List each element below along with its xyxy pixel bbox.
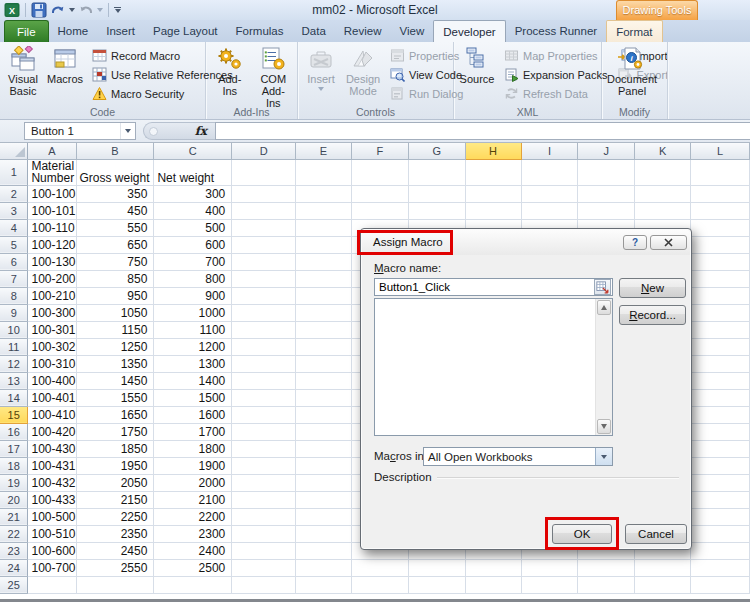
cell-H25[interactable]	[465, 576, 521, 593]
cell-B13[interactable]: 1450	[76, 372, 154, 389]
ribbon-refresh-data-button[interactable]: Refresh Data	[502, 85, 609, 102]
row-header-25[interactable]: 25	[0, 576, 28, 593]
cell-B15[interactable]: 1650	[76, 406, 154, 423]
column-header-D[interactable]: D	[232, 143, 296, 159]
dialog-help-button[interactable]: ?	[623, 235, 647, 250]
cell-L17[interactable]	[691, 440, 750, 457]
cell-B9[interactable]: 1050	[76, 304, 154, 321]
cell-L16[interactable]	[691, 423, 750, 440]
cell-L4[interactable]	[691, 219, 750, 236]
cell-L21[interactable]	[691, 508, 750, 525]
cell-D15[interactable]	[232, 406, 296, 423]
cell-H3[interactable]	[465, 202, 521, 219]
cell-L13[interactable]	[691, 372, 750, 389]
tab-data[interactable]: Data	[293, 20, 335, 42]
row-header-14[interactable]: 14	[0, 389, 28, 406]
scroll-up-icon[interactable]	[597, 300, 611, 315]
cell-E18[interactable]	[296, 457, 352, 474]
range-selector-button[interactable]	[594, 279, 611, 295]
cell-A3[interactable]: 100-101	[28, 202, 76, 219]
cell-L8[interactable]	[691, 287, 750, 304]
cell-D22[interactable]	[232, 525, 296, 542]
cell-B25[interactable]	[76, 576, 154, 593]
row-header-3[interactable]: 3	[0, 202, 28, 219]
cell-H2[interactable]	[465, 185, 521, 202]
cell-A12[interactable]: 100-310	[28, 355, 76, 372]
cell-A24[interactable]: 100-700	[28, 559, 76, 576]
cell-L10[interactable]	[691, 321, 750, 338]
column-header-J[interactable]: J	[578, 143, 635, 159]
cell-E21[interactable]	[296, 508, 352, 525]
row-header-12[interactable]: 12	[0, 355, 28, 372]
cell-A21[interactable]: 100-500	[28, 508, 76, 525]
cell-E6[interactable]	[296, 253, 352, 270]
cell-A22[interactable]: 100-510	[28, 525, 76, 542]
cell-B6[interactable]: 750	[76, 253, 154, 270]
name-box[interactable]: Button 1	[24, 122, 136, 140]
cell-H24[interactable]	[465, 559, 521, 576]
cell-C1[interactable]: Net weight	[154, 159, 232, 185]
cell-B1[interactable]: Gross weight	[76, 159, 154, 185]
cell-C5[interactable]: 600	[154, 236, 232, 253]
cell-C7[interactable]: 800	[154, 270, 232, 287]
select-all-corner[interactable]	[0, 143, 28, 159]
cell-A19[interactable]: 100-432	[28, 474, 76, 491]
row-header-17[interactable]: 17	[0, 440, 28, 457]
cell-D23[interactable]	[232, 542, 296, 559]
cell-L22[interactable]	[691, 525, 750, 542]
formula-bar-collapse-icon[interactable]	[149, 127, 158, 136]
row-header-1[interactable]: 1	[0, 159, 28, 185]
cell-C8[interactable]: 900	[154, 287, 232, 304]
cell-A2[interactable]: 100-100	[28, 185, 76, 202]
cell-L12[interactable]	[691, 355, 750, 372]
cell-E7[interactable]	[296, 270, 352, 287]
ribbon-document-panel-button[interactable]: iDocument Panel	[604, 44, 660, 106]
cell-F25[interactable]	[351, 576, 408, 593]
cell-A13[interactable]: 100-400	[28, 372, 76, 389]
scroll-down-icon[interactable]	[597, 419, 611, 434]
cell-E17[interactable]	[296, 440, 352, 457]
column-header-L[interactable]: L	[691, 143, 750, 159]
row-header-9[interactable]: 9	[0, 304, 28, 321]
row-header-11[interactable]: 11	[0, 338, 28, 355]
cell-B14[interactable]: 1550	[76, 389, 154, 406]
cell-A20[interactable]: 100-433	[28, 491, 76, 508]
new-button[interactable]: New	[619, 278, 686, 298]
cell-F1[interactable]	[351, 159, 408, 185]
cell-G2[interactable]	[408, 185, 465, 202]
cell-A7[interactable]: 100-200	[28, 270, 76, 287]
cell-C25[interactable]	[154, 576, 232, 593]
cell-L2[interactable]	[691, 185, 750, 202]
cell-A1[interactable]: Material Number	[28, 159, 76, 185]
cell-B12[interactable]: 1350	[76, 355, 154, 372]
cell-L25[interactable]	[691, 576, 750, 593]
cell-I24[interactable]	[521, 559, 578, 576]
cell-D16[interactable]	[232, 423, 296, 440]
cell-C17[interactable]: 1800	[154, 440, 232, 457]
row-header-6[interactable]: 6	[0, 253, 28, 270]
cell-L7[interactable]	[691, 270, 750, 287]
tab-page-layout[interactable]: Page Layout	[144, 20, 227, 42]
tab-formulas[interactable]: Formulas	[227, 20, 293, 42]
ribbon-add-ins-button[interactable]: Add-Ins	[208, 44, 252, 106]
ribbon-insert-control-button[interactable]: Insert	[300, 44, 342, 106]
cell-G25[interactable]	[408, 576, 465, 593]
cell-C11[interactable]: 1200	[154, 338, 232, 355]
cell-D4[interactable]	[232, 219, 296, 236]
cell-A25[interactable]	[28, 576, 76, 593]
cell-J24[interactable]	[578, 559, 635, 576]
cell-F2[interactable]	[351, 185, 408, 202]
cell-A17[interactable]: 100-430	[28, 440, 76, 457]
cell-C16[interactable]: 1700	[154, 423, 232, 440]
cell-C10[interactable]: 1100	[154, 321, 232, 338]
cell-E22[interactable]	[296, 525, 352, 542]
ribbon-visual-basic-button[interactable]: Visual Basic	[2, 44, 44, 106]
cell-J2[interactable]	[578, 185, 635, 202]
cell-D21[interactable]	[232, 508, 296, 525]
cell-A9[interactable]: 100-300	[28, 304, 76, 321]
cell-C15[interactable]: 1600	[154, 406, 232, 423]
cell-D14[interactable]	[232, 389, 296, 406]
cell-D25[interactable]	[232, 576, 296, 593]
row-header-21[interactable]: 21	[0, 508, 28, 525]
cell-D2[interactable]	[232, 185, 296, 202]
